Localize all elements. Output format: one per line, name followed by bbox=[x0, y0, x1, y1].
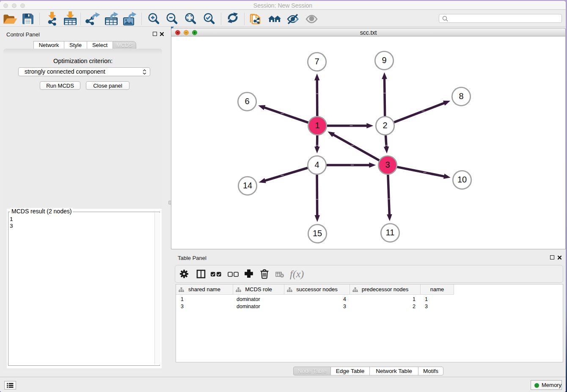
svg-text:4: 4 bbox=[314, 160, 319, 169]
svg-text:15: 15 bbox=[313, 229, 322, 238]
svg-text:8: 8 bbox=[459, 91, 463, 101]
svg-text:2: 2 bbox=[383, 121, 387, 130]
svg-text:10: 10 bbox=[457, 175, 467, 184]
svg-text:3: 3 bbox=[385, 160, 390, 169]
svg-text:7: 7 bbox=[314, 57, 319, 66]
svg-text:1: 1 bbox=[315, 121, 319, 130]
svg-text:9: 9 bbox=[382, 55, 386, 65]
svg-text:f(x): f(x) bbox=[290, 268, 304, 279]
svg-text:6: 6 bbox=[245, 97, 249, 106]
svg-text:11: 11 bbox=[386, 228, 395, 237]
svg-text:14: 14 bbox=[243, 181, 252, 190]
